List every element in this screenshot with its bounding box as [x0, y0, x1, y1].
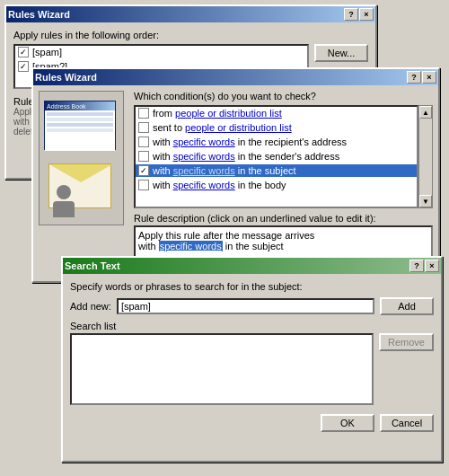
- outer-wizard-titlebar: Rules Wizard ? ×: [6, 6, 375, 22]
- envelope-lower: [48, 163, 116, 213]
- envelope-area: Address Book: [39, 91, 128, 261]
- search-list-label: Search list: [70, 321, 434, 331]
- envelope-illustration: Address Book: [39, 91, 124, 225]
- condition-item-3[interactable]: with specific words in the sender's addr…: [136, 150, 417, 163]
- inner-wizard-title-buttons: ? ×: [407, 71, 436, 84]
- condition-item-0[interactable]: from people or distribution list: [136, 107, 417, 119]
- cancel-button[interactable]: Cancel: [380, 414, 434, 432]
- condition-label-1: sent to people or distribution list: [153, 122, 292, 133]
- sim-titlebar: Address Book: [45, 101, 115, 110]
- person-body: [53, 201, 75, 217]
- outer-wizard-instruction: Apply rules in the following order:: [13, 30, 368, 40]
- envelope-flap: [49, 164, 112, 182]
- condition-check-5[interactable]: [138, 180, 149, 190]
- add-new-row: Add new: Add: [70, 297, 434, 315]
- scrollbar-down-btn[interactable]: ▼: [419, 195, 432, 207]
- dialog-footer: OK Cancel: [70, 414, 434, 432]
- person-head: [57, 185, 71, 199]
- search-dialog-title-buttons: ? ×: [409, 260, 439, 272]
- inner-rules-wizard: Rules Wizard ? × Address Book: [31, 67, 440, 283]
- words-link-2[interactable]: specific words: [173, 137, 235, 147]
- ok-button[interactable]: OK: [321, 414, 374, 432]
- add-new-input[interactable]: [117, 298, 374, 314]
- inner-wizard-title-text: Rules Wizard: [35, 72, 97, 83]
- outer-wizard-title-buttons: ? ×: [344, 8, 374, 21]
- words-link-4[interactable]: specific words: [173, 165, 235, 176]
- rule-desc-line2: with specific words in the subject: [138, 241, 428, 251]
- rule-desc-section: Rule description (click on an underlined…: [134, 213, 433, 261]
- sim-row4: [47, 128, 113, 132]
- search-instruction: Specify words or phrases to search for i…: [70, 281, 434, 292]
- search-list-area: Remove: [70, 333, 434, 405]
- search-dialog-title-text: Search Text: [65, 260, 120, 271]
- sim-title: Address Book: [47, 103, 86, 110]
- inner-wizard-titlebar: Rules Wizard ? ×: [33, 69, 438, 85]
- sim-row1: [47, 112, 113, 116]
- add-new-label: Add new:: [70, 301, 111, 312]
- conditions-listbox[interactable]: from people or distribution list sent to…: [134, 105, 418, 208]
- words-link-5[interactable]: specific words: [173, 180, 235, 190]
- outer-wizard-title: Rules Wizard: [8, 9, 70, 20]
- outer-item-spam-label: [spam]: [32, 47, 62, 57]
- outer-list-item-spam[interactable]: [spam]: [15, 46, 307, 58]
- new-button[interactable]: New...: [314, 44, 368, 62]
- search-listbox[interactable]: [70, 333, 374, 405]
- sim-row2: [47, 118, 113, 121]
- outer-checkbox-spam[interactable]: [18, 47, 29, 57]
- scrollbar-track: [419, 119, 432, 195]
- words-link-3[interactable]: specific words: [173, 151, 235, 162]
- condition-item-5[interactable]: with specific words in the body: [136, 179, 417, 191]
- people-link-1[interactable]: people or distribution list: [185, 122, 292, 133]
- scrollbar-up-btn[interactable]: ▲: [419, 106, 432, 119]
- inner-wizard-help-btn[interactable]: ?: [407, 71, 421, 84]
- search-dialog-close-btn[interactable]: ×: [425, 260, 439, 272]
- search-dialog-help-btn[interactable]: ?: [409, 260, 424, 272]
- condition-label-2: with specific words in the recipient's a…: [153, 137, 347, 147]
- condition-check-4[interactable]: [138, 165, 149, 176]
- rule-desc-post: in the subject: [223, 241, 284, 251]
- sim-content: [45, 110, 115, 151]
- inner-wizard-right: Which condition(s) do you want to check?…: [134, 91, 433, 261]
- condition-label-0: from people or distribution list: [153, 108, 282, 119]
- rule-desc-label: Rule description (click on an underlined…: [134, 213, 433, 224]
- people-link-0[interactable]: people or distribution list: [175, 108, 282, 119]
- condition-check-2[interactable]: [138, 137, 149, 147]
- add-button[interactable]: Add: [380, 297, 434, 315]
- search-text-dialog: Search Text ? × Specify words or phrases…: [61, 256, 443, 463]
- condition-label-5: with specific words in the body: [153, 180, 286, 190]
- inner-wizard-close-btn[interactable]: ×: [422, 71, 436, 84]
- search-dialog-content: Specify words or phrases to search for i…: [63, 274, 441, 439]
- outer-wizard-help-btn[interactable]: ?: [344, 8, 358, 21]
- condition-label-4: with specific words in the subject: [153, 165, 296, 176]
- condition-question: Which condition(s) do you want to check?: [134, 91, 433, 101]
- condition-check-0[interactable]: [138, 108, 149, 119]
- condition-check-1[interactable]: [138, 122, 149, 133]
- outer-wizard-title-text: Rules Wizard: [8, 9, 70, 20]
- sim-row3: [47, 123, 113, 127]
- search-dialog-titlebar: Search Text ? ×: [63, 258, 441, 274]
- rule-desc-line1: Apply this rule after the message arrive…: [138, 230, 428, 241]
- search-list-buttons: Remove: [379, 333, 434, 405]
- condition-item-4[interactable]: with specific words in the subject: [136, 164, 417, 177]
- outer-wizard-buttons: New...: [314, 44, 368, 62]
- outer-wizard-close-btn[interactable]: ×: [359, 8, 374, 21]
- conditions-scrollbar[interactable]: ▲ ▼: [418, 105, 433, 208]
- condition-label-3: with specific words in the sender's addr…: [153, 151, 339, 162]
- person-icon: [53, 185, 75, 217]
- condition-item-1[interactable]: sent to people or distribution list: [136, 121, 417, 134]
- rule-desc-pre: with: [138, 241, 159, 251]
- outer-checkbox-spam2[interactable]: [18, 61, 29, 72]
- remove-button[interactable]: Remove: [379, 333, 434, 351]
- condition-check-3[interactable]: [138, 151, 149, 162]
- email-window-sim: Address Book: [44, 101, 116, 150]
- inner-wizard-title: Rules Wizard: [35, 72, 97, 83]
- search-dialog-title: Search Text: [65, 260, 120, 271]
- rule-desc-link[interactable]: specific words: [159, 241, 223, 251]
- conditions-area: from people or distribution list sent to…: [134, 105, 433, 208]
- condition-item-2[interactable]: with specific words in the recipient's a…: [136, 136, 417, 148]
- inner-wizard-body: Address Book: [33, 85, 438, 267]
